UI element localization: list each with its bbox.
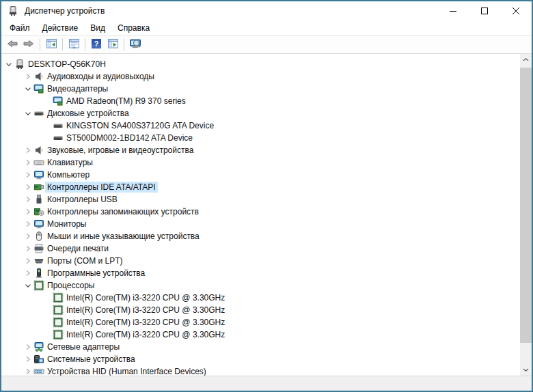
tree-item-label[interactable]: Intel(R) Core(TM) i3-3220 CPU @ 3.30GHz — [64, 292, 227, 303]
tree-item-label[interactable]: Intel(R) Core(TM) i3-3220 CPU @ 3.30GHz — [64, 329, 227, 340]
tree-item[interactable]: AMD Radeon(TM) R9 370 series — [1, 95, 532, 107]
chevron-right-icon[interactable] — [23, 145, 33, 156]
chevron-down-icon[interactable] — [23, 108, 33, 119]
tree-item-label[interactable]: ST500DM002-1BD142 ATA Device — [64, 132, 195, 143]
chevron-right-icon[interactable] — [23, 255, 33, 266]
tree-item[interactable]: Программные устройства — [1, 267, 532, 279]
menu-справка[interactable]: Справка — [111, 21, 156, 35]
chevron-down-icon[interactable] — [23, 280, 33, 291]
tree-item[interactable]: Компьютер — [1, 169, 532, 181]
tree-item[interactable]: KINGSTON SA400S37120G ATA Device — [1, 120, 532, 132]
scan-devices-icon — [129, 38, 141, 51]
tree-item[interactable]: Системные устройства — [1, 353, 532, 365]
show-console-tree-button[interactable] — [43, 36, 59, 53]
menu-файл[interactable]: Файл — [3, 21, 36, 35]
tree-item[interactable]: ST500DM002-1BD142 ATA Device — [1, 132, 532, 144]
chevron-right-icon[interactable] — [23, 157, 33, 168]
tree-item-label[interactable]: Мониторы — [45, 219, 88, 229]
tree-item[interactable]: Мониторы — [1, 218, 532, 230]
back-button[interactable] — [4, 36, 20, 53]
tree-item-label[interactable]: DESKTOP-Q56K70H — [26, 59, 108, 70]
chevron-spacer — [42, 317, 52, 328]
close-button[interactable] — [500, 1, 532, 20]
chevron-right-icon[interactable] — [23, 182, 33, 193]
menu-действие[interactable]: Действие — [36, 21, 85, 35]
tree-item-label[interactable]: Дисковые устройства — [45, 108, 131, 119]
tree-item-label[interactable]: KINGSTON SA400S37120G ATA Device — [64, 120, 216, 131]
scrollbar-thumb[interactable] — [520, 68, 532, 343]
system-device-icon — [33, 354, 44, 365]
tree-item[interactable]: Порты (COM и LPT) — [1, 255, 532, 267]
chevron-right-icon[interactable] — [23, 71, 33, 82]
cpu-icon — [53, 292, 64, 303]
chevron-right-icon[interactable] — [23, 231, 33, 242]
video-adapter-icon — [33, 83, 44, 94]
chevron-right-icon[interactable] — [23, 366, 33, 376]
tree-item[interactable]: Очереди печати — [1, 242, 532, 255]
tree-item-label[interactable]: Порты (COM и LPT) — [45, 255, 125, 266]
tree-item[interactable]: Процессоры — [1, 279, 532, 292]
menu-вид[interactable]: Вид — [84, 21, 111, 35]
tree-item[interactable]: Клавиатуры — [1, 156, 532, 169]
scroll-up-button[interactable] — [520, 54, 532, 66]
chevron-spacer — [42, 96, 52, 107]
tree-item[interactable]: Intel(R) Core(TM) i3-3220 CPU @ 3.30GHz — [1, 292, 532, 304]
tree-item-selected[interactable]: Контроллеры IDE ATA/ATAPI — [1, 181, 532, 193]
chevron-right-icon[interactable] — [23, 169, 33, 180]
chevron-down-icon[interactable] — [4, 59, 14, 70]
minimize-button[interactable] — [437, 1, 469, 20]
chevron-right-icon[interactable] — [23, 341, 33, 352]
ide-controller-icon — [33, 182, 44, 193]
tree-item[interactable]: Мыши и иные указывающие устройства — [1, 230, 532, 242]
chevron-right-icon[interactable] — [23, 206, 33, 217]
tree-item[interactable]: Контроллеры USB — [1, 193, 532, 206]
tree-item[interactable]: Видеоадаптеры — [1, 83, 532, 95]
chevron-right-icon[interactable] — [23, 194, 33, 205]
tree-item[interactable]: Контроллеры запоминающих устройств — [1, 206, 532, 218]
tree-item-label[interactable]: Системные устройства — [45, 354, 137, 365]
tree-item-label[interactable]: Intel(R) Core(TM) i3-3220 CPU @ 3.30GHz — [64, 305, 227, 316]
tree-item-label[interactable]: Контроллеры IDE ATA/ATAPI — [45, 182, 158, 193]
action-pane-button[interactable] — [105, 36, 121, 53]
tree-item-label[interactable]: Контроллеры USB — [45, 194, 120, 205]
scan-hardware-changes-button[interactable] — [127, 36, 144, 53]
tree-item-label[interactable]: Устройства HID (Human Interface Devices) — [45, 366, 208, 376]
help-button[interactable]: ? — [88, 36, 105, 53]
computer-device-icon — [14, 59, 25, 70]
cpu-icon — [53, 329, 64, 340]
tree-item-label[interactable]: Клавиатуры — [45, 157, 95, 168]
tree-item[interactable]: Устройства HID (Human Interface Devices) — [1, 365, 532, 376]
tree-item-label[interactable]: Аудиовходы и аудиовыходы — [45, 71, 156, 82]
tree-item-label[interactable]: Мыши и иные указывающие устройства — [45, 231, 202, 242]
vertical-scrollbar[interactable] — [520, 54, 532, 376]
chevron-right-icon[interactable] — [23, 243, 33, 254]
tree-item-label[interactable]: Звуковые, игровые и видеоустройства — [45, 145, 195, 156]
tree-item-label[interactable]: Очереди печати — [45, 243, 111, 254]
tree-item[interactable]: DESKTOP-Q56K70H — [1, 58, 532, 70]
tree-item-label[interactable]: Компьютер — [45, 169, 92, 180]
scroll-down-button[interactable] — [520, 364, 532, 376]
chevron-right-icon[interactable] — [23, 219, 33, 229]
forward-button[interactable] — [20, 36, 37, 53]
tree-item-label[interactable]: Видеоадаптеры — [45, 83, 110, 94]
tree-item[interactable]: Звуковые, игровые и видеоустройства — [1, 144, 532, 156]
tree-item[interactable]: Сетевые адаптеры — [1, 341, 532, 353]
chevron-right-icon[interactable] — [23, 268, 33, 279]
tree-item-label[interactable]: AMD Radeon(TM) R9 370 series — [64, 96, 188, 107]
maximize-button[interactable] — [469, 1, 500, 20]
chevron-down-icon[interactable] — [23, 83, 33, 94]
tree-item[interactable]: Дисковые устройства — [1, 107, 532, 120]
tree-item[interactable]: Аудиовходы и аудиовыходы — [1, 70, 532, 83]
tree-item-label[interactable]: Контроллеры запоминающих устройств — [45, 206, 201, 217]
storage-controller-icon — [33, 206, 44, 217]
tree-item[interactable]: Intel(R) Core(TM) i3-3220 CPU @ 3.30GHz — [1, 328, 532, 341]
tree-item-label[interactable]: Процессоры — [45, 280, 97, 291]
disk-drive-icon — [33, 108, 44, 119]
tree-item-label[interactable]: Intel(R) Core(TM) i3-3220 CPU @ 3.30GHz — [64, 317, 227, 328]
tree-item[interactable]: Intel(R) Core(TM) i3-3220 CPU @ 3.30GHz — [1, 304, 532, 316]
tree-item-label[interactable]: Программные устройства — [45, 268, 147, 279]
properties-button[interactable] — [66, 36, 82, 53]
chevron-right-icon[interactable] — [23, 354, 33, 365]
tree-item-label[interactable]: Сетевые адаптеры — [45, 341, 122, 352]
tree-item[interactable]: Intel(R) Core(TM) i3-3220 CPU @ 3.30GHz — [1, 316, 532, 328]
